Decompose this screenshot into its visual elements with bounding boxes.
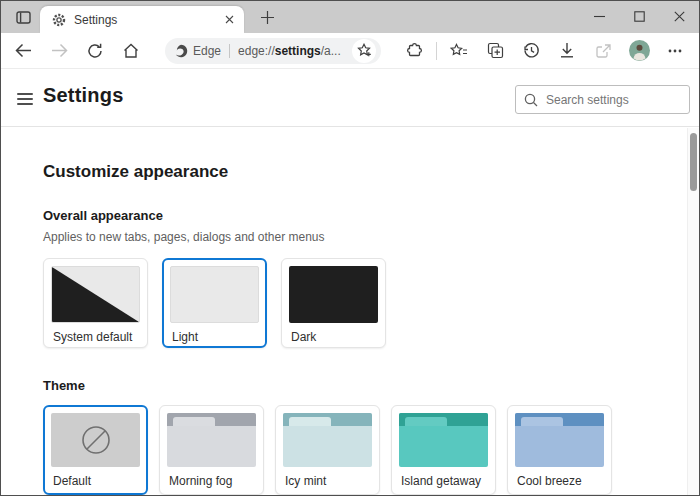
option-label: Default — [51, 474, 140, 488]
settings-content: Customize appearance Overall appearance … — [1, 128, 699, 495]
theme-option-island-getaway[interactable]: Island getaway — [391, 405, 496, 495]
maximize-icon — [634, 11, 645, 22]
star-plus-icon — [357, 43, 372, 58]
tab-settings[interactable]: Settings — [40, 6, 244, 33]
theme-options: Default Morning fog Icy mint — [43, 405, 699, 495]
option-label: System default — [51, 330, 140, 344]
toolbar: Edge edge://settings/a... — [1, 33, 699, 69]
maximize-button[interactable] — [619, 1, 659, 31]
system-default-swatch — [51, 266, 140, 323]
overall-appearance-label: Overall appearance — [43, 208, 699, 223]
tab-actions-menu-button[interactable] — [10, 4, 36, 30]
home-button[interactable] — [117, 37, 145, 65]
forward-icon — [51, 43, 68, 58]
refresh-icon — [87, 43, 103, 59]
plus-icon — [261, 11, 274, 24]
favorites-button[interactable] — [445, 37, 473, 65]
add-favorite-button[interactable] — [352, 39, 376, 63]
toolbar-separator — [436, 42, 437, 60]
minimize-icon — [594, 11, 605, 22]
theme-option-morning-fog[interactable]: Morning fog — [159, 405, 264, 495]
share-button[interactable] — [589, 37, 617, 65]
option-label: Dark — [289, 330, 378, 344]
more-menu-button[interactable] — [661, 37, 689, 65]
section-title: Customize appearance — [43, 162, 699, 182]
history-clock-icon — [523, 42, 540, 59]
option-label: Island getaway — [399, 474, 488, 488]
window-controls — [579, 1, 699, 33]
url-text: edge://settings/a... — [238, 44, 352, 58]
minimize-button[interactable] — [579, 1, 619, 31]
download-icon — [559, 42, 575, 59]
close-window-button[interactable] — [659, 1, 699, 31]
theme-option-icy-mint[interactable]: Icy mint — [275, 405, 380, 495]
scrollbar[interactable] — [687, 128, 699, 495]
morning-fog-swatch — [167, 413, 256, 467]
extensions-puzzle-icon — [406, 42, 423, 59]
settings-search-box[interactable] — [515, 85, 690, 114]
edge-logo-icon — [174, 44, 188, 58]
light-swatch — [170, 266, 259, 323]
collections-icon — [487, 42, 504, 59]
close-icon — [674, 11, 685, 22]
back-icon — [15, 43, 32, 58]
icy-mint-swatch — [283, 413, 372, 467]
search-icon — [524, 93, 538, 107]
option-label: Cool breeze — [515, 474, 604, 488]
option-label: Light — [170, 330, 259, 344]
settings-header: Settings — [1, 70, 699, 127]
no-theme-icon — [81, 425, 111, 455]
tab-actions-icon — [16, 11, 31, 24]
cool-breeze-swatch — [515, 413, 604, 467]
tab-close-button[interactable] — [220, 11, 238, 29]
overall-appearance-description: Applies to new tabs, pages, dialogs and … — [43, 230, 699, 244]
appearance-option-dark[interactable]: Dark — [281, 258, 386, 348]
collections-button[interactable] — [481, 37, 509, 65]
theme-option-default[interactable]: Default — [43, 405, 148, 495]
default-theme-swatch — [51, 413, 140, 467]
scrollbar-thumb[interactable] — [690, 133, 697, 191]
ellipsis-icon — [668, 49, 682, 53]
avatar — [629, 40, 650, 61]
hamburger-icon — [17, 93, 33, 95]
browser-window: Settings — [0, 0, 700, 496]
history-button[interactable] — [517, 37, 545, 65]
favorites-star-icon — [450, 43, 468, 59]
search-input[interactable] — [546, 93, 700, 107]
refresh-button[interactable] — [81, 37, 109, 65]
overall-appearance-options: System default Light Dark — [43, 258, 699, 348]
appearance-option-light[interactable]: Light — [162, 258, 267, 348]
new-tab-button[interactable] — [254, 4, 280, 30]
titlebar: Settings — [1, 1, 699, 33]
gear-icon — [52, 13, 66, 27]
home-icon — [123, 43, 139, 59]
share-icon — [595, 43, 612, 59]
dark-swatch — [289, 266, 378, 323]
tab-title: Settings — [74, 13, 220, 27]
appearance-option-system-default[interactable]: System default — [43, 258, 148, 348]
site-label: Edge — [193, 44, 221, 58]
option-label: Morning fog — [167, 474, 256, 488]
theme-label: Theme — [43, 378, 699, 393]
forward-button[interactable] — [45, 37, 73, 65]
back-button[interactable] — [9, 37, 37, 65]
theme-option-cool-breeze[interactable]: Cool breeze — [507, 405, 612, 495]
island-getaway-swatch — [399, 413, 488, 467]
downloads-button[interactable] — [553, 37, 581, 65]
address-bar[interactable]: Edge edge://settings/a... — [165, 38, 381, 64]
page-title: Settings — [43, 84, 124, 107]
settings-menu-button[interactable] — [14, 88, 36, 110]
address-divider — [229, 44, 230, 58]
option-label: Icy mint — [283, 474, 372, 488]
close-icon — [225, 15, 234, 24]
extensions-button[interactable] — [400, 37, 428, 65]
profile-button[interactable] — [625, 37, 653, 65]
